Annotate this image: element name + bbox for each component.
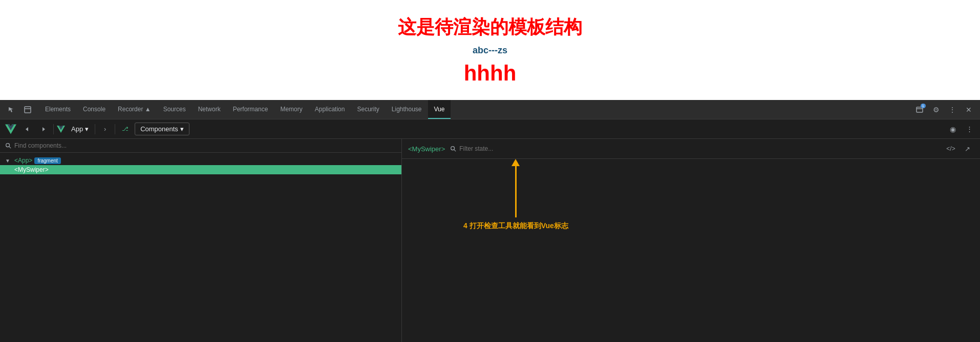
page-heading: hhhh xyxy=(464,61,517,86)
tree-row-app[interactable]: ▼ <App> fragment xyxy=(0,156,401,165)
more-icon[interactable]: ⋮ xyxy=(945,103,960,117)
tab-console[interactable]: Console xyxy=(77,100,112,119)
notification-badge[interactable]: 1 xyxy=(912,103,927,117)
right-header-icons: </> ↗ xyxy=(944,142,974,155)
tab-application[interactable]: Application xyxy=(309,100,351,119)
tree-tag-app: <App> xyxy=(14,157,32,164)
search-icon xyxy=(5,143,11,149)
code-icon[interactable]: </> xyxy=(944,142,957,155)
tab-performance[interactable]: Performance xyxy=(227,100,274,119)
vue-toolbar: App ▾ › ⎇ Components ▾ ◉ ⋮ xyxy=(0,119,980,139)
separator-2 xyxy=(95,124,95,134)
tab-security[interactable]: Security xyxy=(351,100,385,119)
devtools-tabbar: Elements Console Recorder ▲ Sources Netw… xyxy=(0,100,980,119)
back-btn[interactable] xyxy=(20,123,34,136)
components-label: Components xyxy=(140,125,178,133)
cursor-icon[interactable] xyxy=(4,103,18,117)
annotation-container: 4 打开检查工具就能看到Vue标志 xyxy=(463,159,568,231)
toolbar-right-icons: ◉ ⋮ xyxy=(946,123,976,136)
separator-1 xyxy=(53,124,54,134)
right-content: 4 打开检查工具就能看到Vue标志 xyxy=(402,159,980,342)
vue-logo xyxy=(4,123,17,136)
tree-tag-myswiper: <MySwiper> xyxy=(14,166,49,173)
svg-rect-0 xyxy=(25,107,31,113)
page-title: 这是待渲染的模板结构 xyxy=(398,15,582,40)
chevron-down-icon: ▾ xyxy=(85,125,89,133)
tab-sources[interactable]: Sources xyxy=(157,100,192,119)
right-header: <MySwiper> </> ↗ xyxy=(402,139,980,159)
branch-icon: ⎇ xyxy=(118,123,132,136)
forward-btn[interactable] xyxy=(37,123,50,136)
app-label: App xyxy=(71,125,83,133)
app-dropdown[interactable]: App ▾ xyxy=(68,124,92,134)
svg-point-4 xyxy=(6,144,10,147)
close-icon[interactable]: ✕ xyxy=(962,103,976,117)
tree-arrow-app: ▼ xyxy=(5,158,12,164)
left-panel: ▼ <App> fragment <MySwiper> xyxy=(0,139,402,342)
chevron-down-icon-2: ▾ xyxy=(180,125,184,133)
tree-row-myswiper[interactable]: <MySwiper> xyxy=(0,165,401,174)
arrow-annotation: 4 打开检查工具就能看到Vue标志 xyxy=(463,159,568,231)
arrow-shaft xyxy=(515,166,517,217)
search-bar xyxy=(0,139,401,153)
devtools-icons-right: 1 ⚙ ⋮ ✕ xyxy=(908,103,980,117)
svg-point-6 xyxy=(451,147,455,150)
filter-search-icon xyxy=(450,146,456,152)
tab-memory[interactable]: Memory xyxy=(274,100,308,119)
components-dropdown[interactable]: Components ▾ xyxy=(135,123,189,135)
right-panel: <MySwiper> </> ↗ xyxy=(402,139,980,342)
open-external-icon[interactable]: ↗ xyxy=(961,142,974,155)
arrow-head xyxy=(512,159,520,166)
annotation-text: 4 打开检查工具就能看到Vue标志 xyxy=(463,222,568,231)
more-options-icon[interactable]: ⋮ xyxy=(963,123,976,136)
selected-component-name: <MySwiper> xyxy=(408,145,445,153)
tab-network[interactable]: Network xyxy=(192,100,227,119)
tab-elements[interactable]: Elements xyxy=(39,100,77,119)
filter-input-wrap xyxy=(450,145,939,152)
inspector-icon[interactable] xyxy=(20,103,35,117)
page-subtitle: abc---zs xyxy=(473,45,507,56)
svg-line-7 xyxy=(454,150,456,151)
filter-input[interactable] xyxy=(459,145,536,152)
tab-lighthouse[interactable]: Lighthouse xyxy=(386,100,428,119)
chevron-right-icon[interactable]: › xyxy=(98,123,112,136)
devtools-panel: Elements Console Recorder ▲ Sources Netw… xyxy=(0,100,980,342)
devtools-icons-left xyxy=(0,103,39,117)
separator-3 xyxy=(115,124,115,134)
eye-icon[interactable]: ◉ xyxy=(946,123,960,136)
search-input[interactable] xyxy=(14,142,396,149)
devtools-main: ▼ <App> fragment <MySwiper> <MySwiper> xyxy=(0,139,980,342)
page-content: 这是待渲染的模板结构 abc---zs hhhh xyxy=(0,0,980,100)
settings-icon[interactable]: ⚙ xyxy=(929,103,943,117)
tab-recorder[interactable]: Recorder ▲ xyxy=(112,100,157,119)
devtools-tabs: Elements Console Recorder ▲ Sources Netw… xyxy=(39,100,908,119)
fragment-badge: fragment xyxy=(34,157,60,164)
vue-icon-small xyxy=(57,125,65,133)
tab-vue[interactable]: Vue xyxy=(428,100,451,119)
tree-content: ▼ <App> fragment <MySwiper> xyxy=(0,153,401,342)
svg-line-5 xyxy=(9,147,11,148)
